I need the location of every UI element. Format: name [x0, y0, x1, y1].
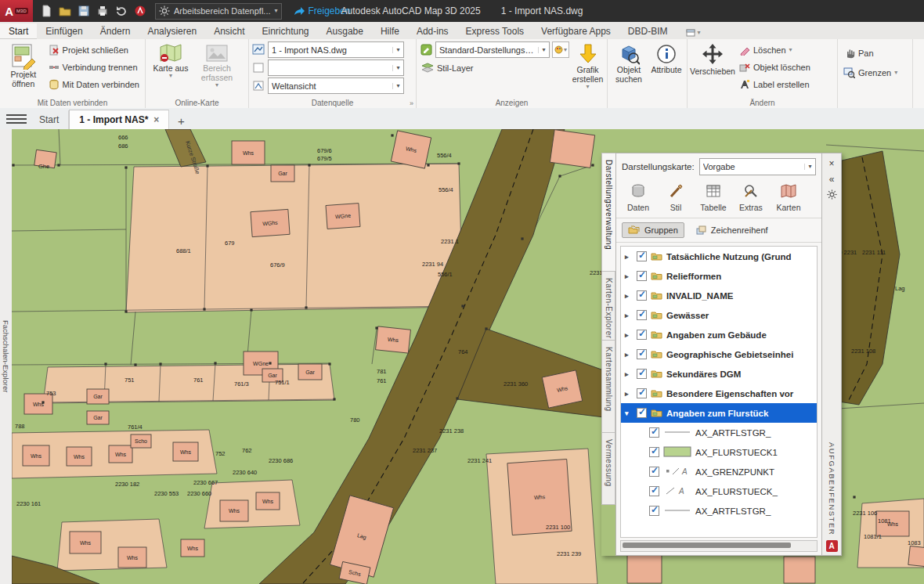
file-tab-1-import-nas-[interactable]: 1 - Import NAS* [69, 110, 169, 129]
ribbon-tab-hilfe[interactable]: Hilfe [372, 23, 408, 39]
projekt-schliessen-button[interactable]: Projekt schließen [46, 41, 142, 58]
layer-row-ax-artflstgr-[interactable]: AX_ARTFLSTGR_ [621, 423, 817, 442]
palette-tool-karten[interactable]: Karten [771, 180, 806, 214]
loeschen-button[interactable]: Löschen [737, 41, 813, 58]
layer-checkbox[interactable] [637, 369, 647, 379]
expander-icon[interactable] [625, 272, 633, 280]
grafik-erstellen-button[interactable]: Grafik erstellen [572, 41, 604, 96]
layer-row-ax-artflstgr-[interactable]: AX_ARTFLSTGR_ [621, 501, 817, 521]
auto-hide-icon[interactable] [825, 172, 839, 186]
feature-group-angaben-zum-gebäude[interactable]: Angaben zum Gebäude [621, 325, 817, 344]
ribbon-tab-ändern[interactable]: Ändern [92, 23, 139, 39]
projekt-oeffnen-button[interactable]: Projekt öffnen [3, 41, 44, 96]
task-pane-tab-darstellungsverwaltung[interactable]: Darstellungsverwaltung [601, 153, 615, 272]
verbindung-trennen-button[interactable]: Verbindung trennen [46, 59, 142, 75]
expander-icon[interactable] [625, 331, 633, 339]
expander-icon[interactable] [625, 370, 633, 378]
darstellungsmodell-combobox[interactable]: Standard-Darstellungsmodell [435, 41, 550, 58]
save-icon[interactable] [75, 3, 92, 19]
app-menu-button[interactable]: A M3D [0, 0, 33, 22]
undo-icon[interactable] [113, 3, 130, 19]
task-pane-tab-karten-explorer[interactable]: Karten-Explorer [601, 272, 615, 341]
layer-checkbox[interactable] [649, 447, 659, 457]
ribbon-tab-einfügen[interactable]: Einfügen [37, 23, 91, 39]
hamburger-menu-icon[interactable] [6, 111, 27, 127]
style-palette-button[interactable] [552, 41, 569, 58]
layer-checkbox[interactable] [637, 271, 647, 281]
gruppen-button[interactable]: Gruppen [622, 222, 684, 238]
layer-checkbox[interactable] [637, 349, 647, 359]
file-tab-start[interactable]: Start [30, 110, 69, 129]
zeichenreihenfolge-button[interactable]: Zeichenreihenf [691, 223, 774, 237]
panel-expander-icon[interactable] [410, 99, 413, 107]
mit-daten-verbinden-button[interactable]: Mit Daten verbinden [46, 76, 142, 92]
close-icon[interactable] [825, 157, 839, 170]
objekt-suchen-button[interactable]: Objekt suchen [611, 41, 647, 96]
darstellungskarte-combobox[interactable]: Vorgabe [699, 158, 816, 175]
ribbon-tab-verfügbare-apps[interactable]: Verfügbare Apps [532, 23, 619, 39]
expander-icon[interactable] [625, 253, 633, 261]
stil-layer-button[interactable]: Stil-Layer [420, 59, 569, 76]
pan-button[interactable]: Pan [841, 45, 900, 61]
layer-checkbox[interactable] [637, 330, 647, 340]
layer-checkbox[interactable] [637, 388, 647, 398]
feature-group-sekundäres-dgm[interactable]: Sekundäres DGM [621, 364, 817, 384]
task-pane-tab-kartensammlung[interactable]: Kartensammlung [601, 341, 615, 433]
ribbon-tab-express-tools[interactable]: Express Tools [457, 23, 532, 39]
palette-tool-extras[interactable]: Extras [734, 180, 768, 214]
expander-icon[interactable] [625, 312, 633, 319]
print-icon[interactable] [94, 3, 111, 19]
grenzen-button[interactable]: Grenzen [841, 64, 900, 81]
ribbon-tab-start[interactable]: Start [0, 23, 37, 39]
verschieben-button[interactable]: Verschieben [691, 41, 735, 96]
ansicht-combobox[interactable]: Weltansicht [268, 78, 404, 94]
expander-icon[interactable] [625, 409, 633, 417]
layer-checkbox[interactable] [649, 486, 659, 496]
layer-row-ax-grenzpunkt[interactable]: AAX_GRENZPUNKT [621, 462, 817, 481]
fachschalen-explorer-tab[interactable]: Fachschalen-Explorer [0, 129, 13, 584]
layer-checkbox[interactable] [649, 506, 659, 516]
docs-badge-icon[interactable] [132, 3, 149, 19]
layer-checkbox[interactable] [649, 467, 659, 477]
feature-group-geographische-gebietseinhei[interactable]: Geographische Gebietseinhei [621, 344, 817, 364]
new-file-icon[interactable] [38, 3, 55, 19]
layer-checkbox[interactable] [637, 290, 647, 301]
expander-icon[interactable] [625, 390, 633, 398]
scrollbar-thumb[interactable] [623, 543, 791, 548]
properties-gear-icon[interactable] [825, 188, 839, 201]
feature-group-reliefformen[interactable]: Reliefformen [621, 266, 817, 286]
feature-group-besondere-eigenschaften-vor[interactable]: Besondere Eigenschaften vor [621, 384, 817, 403]
layer-checkbox[interactable] [649, 427, 659, 438]
label-erstellen-button[interactable]: Label erstellen [737, 76, 813, 92]
feature-group-gewässer[interactable]: Gewässer [621, 305, 817, 325]
feature-group-tatsächliche-nutzung-grund[interactable]: Tatsächliche Nutzung (Grund [621, 247, 817, 266]
task-pane-tab-vermessung[interactable]: Vermessung [601, 433, 615, 505]
layer-checkbox[interactable] [637, 408, 647, 418]
ribbon-tab-add-ins[interactable]: Add-ins [408, 23, 457, 39]
secondary-source-combobox[interactable] [268, 59, 404, 76]
layer-row-ax-flurstueck1[interactable]: AX_FLURSTUECK1 [621, 442, 817, 462]
feature-group-angaben-zum-flurstück[interactable]: Angaben zum Flurstück [621, 403, 817, 423]
ribbon-tab-einrichtung[interactable]: Einrichtung [253, 23, 317, 39]
ribbon-tab-ausgabe[interactable]: Ausgabe [318, 23, 372, 39]
new-tab-button[interactable]: + [172, 112, 189, 129]
ribbon-tab-ansicht[interactable]: Ansicht [205, 23, 253, 39]
ribbon-display-toggle[interactable] [681, 27, 706, 39]
palette-tool-tabelle[interactable]: Tabelle [696, 180, 731, 214]
workspace-dropdown[interactable]: Arbeitsbereich Datenpfl... [155, 3, 282, 20]
attribute-button[interactable]: Attribute [649, 41, 684, 96]
close-tab-icon[interactable] [153, 115, 159, 124]
expander-icon[interactable] [625, 351, 633, 359]
horizontal-scrollbar[interactable] [620, 540, 818, 552]
layer-checkbox[interactable] [637, 251, 647, 261]
expander-icon[interactable] [625, 292, 633, 300]
objekt-loeschen-button[interactable]: Objekt löschen [737, 59, 813, 75]
feature-group-invalid-name[interactable]: INVALID_NAME [621, 286, 817, 305]
ribbon-tab-analysieren[interactable]: Analysieren [139, 23, 205, 39]
palette-tool-daten[interactable]: Daten [621, 180, 655, 214]
palette-tool-stil[interactable]: Stil [659, 180, 693, 214]
drawing-source-combobox[interactable]: 1 - Import NAS.dwg [268, 41, 404, 58]
open-folder-icon[interactable] [56, 3, 74, 19]
ribbon-tab-dbd-bim[interactable]: DBD-BIM [619, 23, 677, 39]
karte-aus-button[interactable]: Karte aus [149, 41, 193, 96]
